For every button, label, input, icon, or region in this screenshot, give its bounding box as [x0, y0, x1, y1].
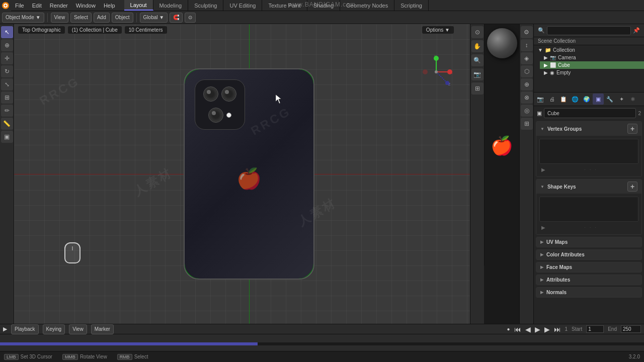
modifier-props-btn[interactable]: 🔧 — [604, 94, 615, 105]
object-props-btn[interactable]: ▣ — [593, 94, 604, 105]
next-frame-btn[interactable]: ▶ — [544, 325, 550, 333]
prev-keyframe-btn[interactable]: ⏮ — [514, 325, 521, 333]
menu-render[interactable]: Render — [46, 0, 72, 11]
shape-keys-add-btn[interactable]: + — [627, 182, 637, 192]
tab-sculpting[interactable]: Sculpting — [188, 0, 223, 11]
snap-btn[interactable]: 🧲 — [170, 13, 183, 23]
color-attributes-header[interactable]: ▶ Color Attributes — [536, 250, 641, 259]
fake-user-btn[interactable]: 2 — [638, 111, 641, 116]
view-btn[interactable]: View — [51, 13, 69, 23]
menu-window[interactable]: Window — [72, 0, 100, 11]
svg-text:X: X — [450, 71, 453, 74]
physics-props-btn[interactable]: ⚛ — [627, 94, 638, 105]
mesh-tool-6[interactable]: ⊗ — [521, 92, 533, 104]
tab-texture-paint[interactable]: Texture Paint — [262, 0, 307, 11]
transform-tool-btn[interactable]: ⊞ — [1, 92, 13, 104]
next-keyframe-btn[interactable]: ⏭ — [554, 325, 561, 333]
select-action-label: Select — [134, 354, 148, 359]
add-btn[interactable]: Add — [94, 13, 110, 23]
keying-btn[interactable]: Keying — [43, 324, 65, 334]
zoom-btn[interactable]: 🔍 — [471, 54, 484, 66]
empty-label: Empty — [556, 70, 571, 75]
marker-btn[interactable]: Marker — [91, 324, 114, 334]
normals-header[interactable]: ▶ Normals — [536, 288, 641, 297]
gizmo-widget[interactable]: X Y Z — [419, 54, 454, 89]
end-input[interactable] — [621, 325, 641, 333]
tab-uv-editing[interactable]: UV Editing — [223, 0, 262, 11]
tab-modeling[interactable]: Modeling — [153, 0, 189, 11]
mesh-tool-4[interactable]: ⬡ — [521, 65, 533, 77]
tab-geometry-nodes[interactable]: Geometry Nodes — [340, 0, 394, 11]
vertex-groups-add-btn[interactable]: + — [627, 124, 637, 134]
vertex-groups-header[interactable]: ▼ Vertex Groups + — [536, 122, 641, 136]
tab-scripting[interactable]: Scripting — [394, 0, 429, 11]
outliner-camera[interactable]: ▶ 📷 Camera — [540, 54, 644, 61]
object-mode-btn[interactable]: Object Mode ▼ — [2, 13, 44, 23]
tab-layout[interactable]: Layout — [124, 0, 153, 11]
object-mode-label: Object Mode — [6, 15, 34, 20]
rotate-tool-btn[interactable]: ↻ — [1, 65, 13, 77]
global-btn[interactable]: Global ▼ — [140, 13, 168, 23]
cursor-tool-btn[interactable]: ⊕ — [1, 39, 13, 51]
outliner-empty[interactable]: ▶ ◉ Empty — [540, 69, 644, 76]
output-props-btn[interactable]: 🖨 — [546, 94, 557, 105]
viewport-options-btn[interactable]: Options ▼ — [422, 26, 454, 34]
proportional-btn[interactable]: ⊙ — [185, 13, 196, 23]
mesh-tool-7[interactable]: ◎ — [521, 105, 533, 117]
mesh-tool-5[interactable]: ⊕ — [521, 78, 533, 90]
mesh-name-input[interactable]: Cube — [544, 108, 636, 118]
mesh-tool-1[interactable]: ⚙ — [521, 26, 533, 38]
annotate-tool-btn[interactable]: ✏ — [1, 105, 13, 117]
object-btn[interactable]: Object — [112, 13, 133, 23]
vg-arrow[interactable]: ▶ — [541, 167, 545, 172]
move-tool-btn[interactable]: ✛ — [1, 52, 13, 64]
shape-keys-footer: ▶ · · · — [539, 224, 638, 231]
timeline-scrubber[interactable] — [0, 342, 644, 345]
menu-help[interactable]: Help — [100, 0, 119, 11]
playback-btn[interactable]: Playback — [11, 324, 39, 334]
mesh-tool-2[interactable]: ↕ — [521, 39, 533, 51]
view-btn-timeline[interactable]: View — [69, 324, 87, 334]
sk-arrow[interactable]: ▶ — [541, 225, 545, 230]
vertex-groups-section: ▼ Vertex Groups + ▶ · · · — [536, 121, 642, 177]
particles-props-btn[interactable]: ✦ — [616, 94, 627, 105]
properties-search[interactable] — [547, 26, 631, 35]
menu-file[interactable]: File — [11, 0, 28, 11]
camera-view-btn[interactable]: 📷 — [471, 68, 484, 80]
zoom-to-fit-btn[interactable]: ⊙ — [471, 26, 484, 38]
viewport[interactable]: 🍎 X Y Z — [14, 24, 484, 324]
attributes-header[interactable]: ▶ Attributes — [536, 275, 641, 285]
ca-triangle: ▶ — [540, 252, 543, 257]
prev-frame-btn[interactable]: ◀ — [525, 325, 531, 333]
measure-tool-btn[interactable]: 📏 — [1, 118, 13, 130]
play-btn[interactable]: ▶ — [535, 325, 540, 333]
apple-preview-icon: 🍎 — [490, 131, 515, 161]
menu-edit[interactable]: Edit — [28, 0, 46, 11]
select-tool-btn[interactable]: ↖ — [1, 26, 13, 38]
mesh-tool-8[interactable]: ⊞ — [521, 118, 533, 130]
end-label: End — [608, 326, 617, 332]
sep1 — [47, 13, 48, 22]
scene-props-btn[interactable]: 🌐 — [570, 94, 581, 105]
uv-maps-header[interactable]: ▶ UV Maps — [536, 237, 641, 247]
world-props-btn[interactable]: 🌍 — [581, 94, 592, 105]
select-btn[interactable]: Select — [70, 13, 92, 23]
scale-tool-btn[interactable]: ⤡ — [1, 78, 13, 90]
outliner-collection[interactable]: ▼ 📁 Collection — [534, 46, 644, 54]
svg-line-7 — [436, 72, 446, 82]
outliner-cube[interactable]: ▶ ⬜ Cube — [540, 61, 644, 69]
mesh-tool-3[interactable]: ◈ — [521, 52, 533, 64]
frame-dot: ● — [507, 326, 510, 332]
face-maps-header[interactable]: ▶ Face Maps — [536, 262, 641, 272]
hand-btn[interactable]: ✋ — [471, 40, 484, 52]
start-input[interactable] — [586, 325, 604, 333]
grid-btn[interactable]: ⊞ — [471, 82, 484, 95]
shape-keys-header[interactable]: ▼ Shape Keys + — [536, 179, 641, 194]
view-layer-btn[interactable]: 📋 — [558, 94, 569, 105]
color-attributes-label: Color Attributes — [546, 252, 585, 257]
svg-point-9 — [423, 69, 428, 74]
add-cube-btn[interactable]: ▣ — [1, 131, 13, 143]
render-props-btn[interactable]: 📷 — [535, 94, 546, 105]
blender-logo[interactable] — [0, 0, 11, 11]
tab-shading[interactable]: Shading — [307, 0, 340, 11]
